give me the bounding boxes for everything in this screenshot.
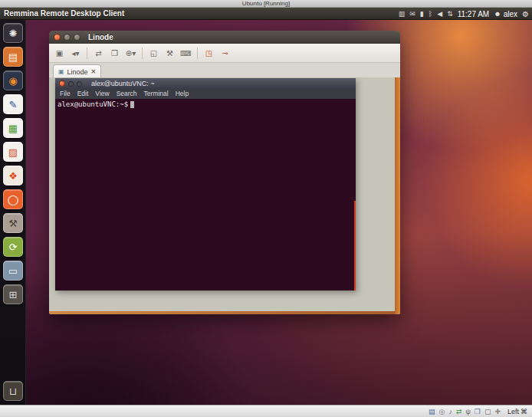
appmenu-title[interactable]: Remmina Remote Desktop Client: [4, 8, 124, 20]
window-title: Linode: [88, 33, 113, 41]
vbox-window-title: Ubuntu [Running]: [242, 0, 290, 7]
host-key-indicator: Left ⌘: [507, 408, 527, 415]
audio-icon[interactable]: ♪: [448, 406, 452, 417]
terminal-titlebar[interactable]: alex@ubuntuVNC: ~: [55, 78, 356, 89]
menu-view[interactable]: View: [95, 89, 109, 99]
user-icon: ☻: [494, 10, 501, 18]
launcher-item-ubuntu-one[interactable]: ◯: [3, 189, 23, 209]
launcher-item-ubuntu-software-center[interactable]: ❖: [3, 166, 23, 186]
zoom-button[interactable]: ⊕▾: [123, 46, 138, 60]
menu-file[interactable]: File: [60, 89, 71, 99]
render-artifact-line: [354, 201, 356, 291]
toolbar-separator: [197, 48, 198, 59]
update-manager-icon: ⟳: [9, 242, 18, 252]
ubuntu-one-icon: ◯: [8, 195, 19, 205]
remote-desktop-viewport[interactable]: alex@ubuntuVNC: ~ File Edit View Search …: [49, 77, 400, 314]
copy-button[interactable]: ❐: [107, 46, 122, 60]
shared-folders-icon[interactable]: ❐: [475, 406, 481, 417]
swap-button[interactable]: ⇄: [91, 46, 106, 60]
menu-terminal[interactable]: Terminal: [144, 89, 169, 99]
vbox-statusbar: ▤ ◎ ♪ ⇄ ψ ❐ ▢ ✚ Left ⌘: [0, 405, 532, 417]
indicator-tray: ▥ ✉ ▮ ᛒ ◀ ⇅ 11:27 AM ☻ alex ⚙: [399, 8, 529, 20]
toolbar-separator: [142, 48, 143, 59]
hard-disk-icon[interactable]: ▤: [429, 406, 435, 417]
volume-icon[interactable]: ◀: [437, 8, 442, 20]
terminal-title: alex@ubuntuVNC: ~: [91, 80, 154, 87]
dash-home-icon: ✺: [9, 28, 18, 38]
vbox-titlebar: Ubuntu [Running]: [0, 0, 532, 8]
toolbar-separator: [87, 48, 87, 59]
launcher-item-remmina[interactable]: ▭: [3, 261, 23, 281]
remmina-window: Linode ▣ ◂▾ ⇄ ❐ ⊕▾ ◱ ⚒ ⌨ ◳ ⊸ ▣ Linod: [49, 31, 400, 314]
shell-prompt: alex@ubuntuVNC:~$: [57, 100, 128, 108]
menu-search[interactable]: Search: [117, 89, 137, 99]
remote-screens-icon[interactable]: ▥: [399, 8, 406, 20]
sync-arrows-icon[interactable]: ⇅: [447, 8, 453, 20]
clock[interactable]: 11:27 AM: [458, 10, 490, 18]
connect-button[interactable]: ▣: [52, 46, 67, 60]
display-icon[interactable]: ▢: [484, 406, 491, 417]
battery-icon[interactable]: ▮: [420, 8, 424, 20]
mail-icon[interactable]: ✉: [409, 8, 415, 20]
fullscreen-button[interactable]: ◱: [146, 46, 161, 60]
launcher-item-home-folder[interactable]: ▤: [3, 47, 23, 67]
optical-disc-icon[interactable]: ◎: [439, 406, 445, 417]
network-icon[interactable]: ⇄: [456, 406, 462, 417]
tab-label: Linode: [67, 68, 88, 76]
firefox-icon: ◉: [8, 76, 17, 86]
virtualbox-window: Ubuntu [Running] Remmina Remote Desktop …: [0, 0, 532, 417]
minimize-button[interactable]: [64, 34, 71, 41]
system-settings-icon: ⚒: [8, 218, 18, 228]
host-key-label: Left: [507, 408, 519, 415]
remote-wallpaper-edge-bottom: [49, 311, 395, 314]
ubuntu-software-center-icon: ❖: [8, 171, 18, 181]
libreoffice-writer-icon: ✎: [9, 100, 18, 110]
remmina-tabbar: ▣ Linode ✕: [49, 63, 400, 79]
menu-help[interactable]: Help: [176, 89, 189, 99]
terminal-cursor: [130, 101, 134, 108]
user-menu[interactable]: ☻ alex: [494, 10, 517, 18]
launcher-item-update-manager[interactable]: ⟳: [3, 237, 23, 257]
back-button[interactable]: ◂▾: [68, 46, 83, 60]
launcher-item-trash[interactable]: ⊔: [3, 381, 23, 401]
remmina-toolbar: ▣ ◂▾ ⇄ ❐ ⊕▾ ◱ ⚒ ⌨ ◳ ⊸: [49, 44, 400, 63]
username: alex: [504, 10, 517, 18]
launcher-item-dash-home[interactable]: ✺: [3, 23, 23, 43]
tab-linode[interactable]: ▣ Linode ✕: [53, 64, 101, 78]
launcher-item-libreoffice-writer[interactable]: ✎: [3, 94, 23, 114]
disconnect-button[interactable]: ⊸: [218, 46, 232, 60]
remote-wallpaper-edge-right: [395, 77, 400, 314]
libreoffice-calc-icon: ▦: [8, 123, 18, 133]
maximize-button[interactable]: [77, 81, 82, 87]
close-button[interactable]: [59, 80, 65, 87]
monitor-icon: ▣: [58, 68, 64, 75]
workspace-switcher-icon: ⊞: [9, 290, 18, 300]
tab-close-icon[interactable]: ✕: [91, 68, 97, 75]
keyboard-grab-button[interactable]: ⌨: [179, 46, 193, 60]
desktop-wallpaper: Linode ▣ ◂▾ ⇄ ❐ ⊕▾ ◱ ⚒ ⌨ ◳ ⊸ ▣ Linod: [26, 20, 532, 405]
preferences-button[interactable]: ⚒: [163, 46, 177, 60]
launcher-item-workspace-switcher[interactable]: ⊞: [3, 284, 23, 304]
remmina-titlebar[interactable]: Linode: [49, 31, 400, 44]
terminal-body[interactable]: alex@ubuntuVNC:~$: [55, 99, 356, 291]
usb-icon[interactable]: ψ: [465, 406, 470, 417]
mouse-icon[interactable]: ✚: [494, 406, 501, 417]
launcher-item-libreoffice-calc[interactable]: ▦: [3, 118, 23, 138]
session-menu-icon[interactable]: ⚙: [522, 10, 529, 18]
minimize-button[interactable]: [68, 81, 74, 87]
maximize-button[interactable]: [74, 34, 80, 41]
trash-icon: ⊔: [9, 386, 17, 396]
close-button[interactable]: [54, 34, 61, 41]
host-key-icon: ⌘: [521, 408, 527, 415]
launcher-item-system-settings[interactable]: ⚒: [3, 213, 23, 233]
home-folder-icon: ▤: [8, 52, 18, 62]
launcher-item-libreoffice-impress[interactable]: ▨: [3, 142, 23, 162]
ubuntu-top-panel: Remmina Remote Desktop Client ▥ ✉ ▮ ᛒ ◀ …: [0, 8, 532, 20]
menu-edit[interactable]: Edit: [77, 89, 89, 99]
libreoffice-impress-icon: ▨: [8, 147, 18, 157]
launcher-item-firefox[interactable]: ◉: [3, 71, 23, 90]
unity-launcher: ✺ ▤ ◉ ✎ ▦ ▨ ❖ ◯ ⚒ ⟳ ▭ ⊞ ⊔: [0, 20, 26, 405]
bluetooth-icon[interactable]: ᛒ: [429, 8, 432, 20]
scaled-mode-button[interactable]: ◳: [202, 46, 216, 60]
launcher-items: ✺ ▤ ◉ ✎ ▦ ▨ ❖ ◯ ⚒ ⟳ ▭ ⊞: [0, 20, 26, 304]
